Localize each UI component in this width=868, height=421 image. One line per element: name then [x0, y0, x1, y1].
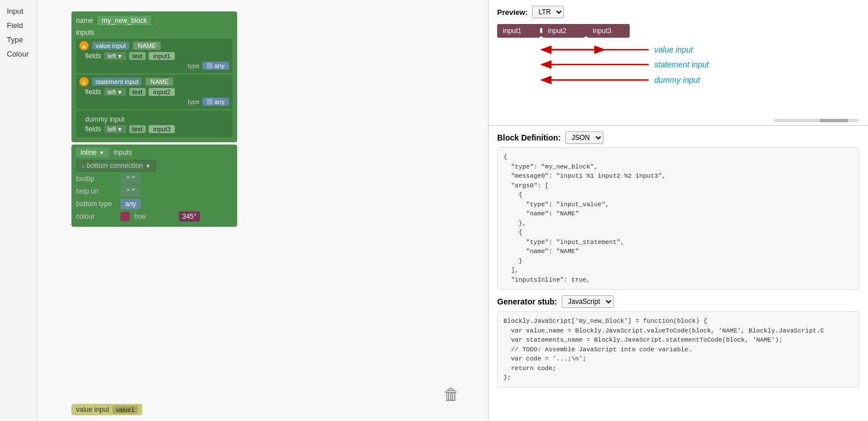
svg-text:dummy input: dummy input — [654, 75, 701, 85]
input1-name[interactable]: NAME — [133, 41, 161, 50]
puzzle-notch-2 — [584, 24, 592, 37]
chevron-inline: ▼ — [99, 150, 105, 156]
type-label-1: type — [187, 62, 199, 69]
block-definition-header: Block Definition: JSON — [497, 131, 859, 144]
tooltip-value[interactable]: ❝ ❞ — [121, 174, 141, 184]
bottom-type-value[interactable]: any — [121, 199, 141, 209]
tooltip-label: tooltip — [76, 175, 116, 183]
preview-dropdown[interactable]: LTR — [532, 6, 564, 18]
text-label-3: text — [129, 125, 146, 133]
sidebar-item-type[interactable]: Type — [5, 34, 32, 45]
input3-section: dummy input fields left ▼ text input3 — [76, 111, 233, 137]
svg-text:statement input: statement input — [654, 60, 710, 69]
bottom-type-row: bottom type any — [76, 199, 233, 209]
input1-type-row: type any — [85, 62, 229, 70]
bottom-type-label: bottom type — [76, 200, 116, 208]
type-value-2[interactable]: any — [202, 98, 229, 106]
fields-label-3: fields — [85, 125, 101, 133]
hue-value[interactable]: 345° — [179, 211, 200, 222]
warning-icon-2: ▲ — [79, 77, 89, 86]
block-definition-format-select[interactable]: JSON — [565, 131, 603, 144]
name-row: name my_new_block — [76, 15, 233, 26]
input3-field-name[interactable]: input3 — [149, 125, 175, 133]
tooltip-row: tooltip ❝ ❞ — [76, 174, 233, 184]
block-name-badge[interactable]: my_new_block — [97, 15, 152, 26]
dummy-row: dummy input — [85, 115, 229, 123]
chevron-align-3: ▼ — [117, 126, 123, 133]
block-definition-section: Block Definition: JSON { "type": "my_new… — [497, 131, 859, 290]
input2-header: ▲ statement input NAME — [79, 77, 229, 86]
colour-swatch[interactable] — [121, 212, 130, 221]
preview-block-3: input3 — [587, 24, 630, 38]
svg-text:value input: value input — [654, 45, 694, 54]
input2-fields-row: fields left ▼ text input2 — [85, 88, 229, 96]
inputs-label: inputs — [76, 29, 94, 37]
generator-language-select[interactable]: JavaScript — [562, 295, 614, 308]
bottom-connection-row: ↓ bottom connection ▼ — [76, 160, 233, 171]
type-value-1[interactable]: any — [202, 62, 229, 70]
inline-row: inline ▼ inputs — [76, 147, 233, 158]
bottom-controls-block: inline ▼ inputs ↓ bottom connection ▼ to… — [71, 145, 237, 227]
text-label-2: text — [129, 88, 146, 96]
inline-dropdown[interactable]: inline ▼ — [76, 147, 109, 158]
input2-type-row: type any — [85, 98, 229, 106]
sidebar-item-input[interactable]: Input — [5, 6, 32, 17]
input1-section: ▲ value input NAME fields left ▼ text in… — [76, 39, 233, 73]
svg-rect-2 — [584, 24, 592, 37]
fields-label-2: fields — [85, 88, 101, 96]
colour-row: colour hue: 345° — [76, 211, 233, 222]
type-label-2: type — [187, 98, 199, 105]
chevron-align-1: ▼ — [117, 53, 123, 59]
input1-type[interactable]: value input — [92, 42, 129, 50]
bottom-connection-btn[interactable]: ↓ bottom connection ▼ — [76, 160, 156, 171]
helpurl-row: help url ❝ ❞ — [76, 186, 233, 197]
align-dropdown-3[interactable]: left ▼ — [104, 125, 126, 133]
generator-stub-code[interactable]: Blockly.JavaScript['my_new_block'] = fun… — [497, 311, 859, 388]
text-label-1: text — [129, 52, 146, 60]
value1-badge: value1 — [113, 406, 138, 414]
align-dropdown-1[interactable]: left ▼ — [104, 52, 126, 60]
sidebar-item-field[interactable]: Field — [5, 20, 32, 31]
block-definition-code[interactable]: { "type": "my_new_block", "message0": "i… — [497, 147, 859, 290]
sidebar: Input Field Type Colour — [0, 0, 37, 421]
generator-stub-section: Generator stub: JavaScript Blockly.JavaS… — [497, 295, 859, 388]
generator-stub-header: Generator stub: JavaScript — [497, 295, 859, 308]
input1-field-name[interactable]: input1 — [149, 52, 175, 60]
input1-header: ▲ value input NAME — [79, 41, 229, 50]
helpurl-value[interactable]: ❝ ❞ — [121, 186, 141, 197]
preview-label: Preview: LTR — [497, 6, 859, 18]
puzzle-icon-1 — [207, 63, 213, 69]
preview-blocks: input1 input2 input3 — [497, 23, 630, 38]
trash-icon[interactable]: 🗑 — [443, 385, 459, 404]
preview-block-1: input1 — [497, 24, 540, 38]
block-editor: name my_new_block inputs ▲ value input N… — [71, 11, 237, 227]
preview-block-2: input2 — [542, 24, 585, 38]
main-block: name my_new_block inputs ▲ value input N… — [71, 11, 237, 142]
warning-icon-1: ▲ — [79, 41, 89, 50]
value-input-label: value input — [76, 406, 109, 414]
input2-field-name[interactable]: input2 — [149, 88, 175, 96]
canvas-area: name my_new_block inputs ▲ value input N… — [37, 0, 489, 421]
inputs-label-row: inputs — [76, 29, 233, 37]
hue-label: hue: — [134, 212, 174, 220]
input2-type[interactable]: statement input — [92, 78, 142, 86]
name-label: name — [76, 17, 93, 25]
chevron-align-2: ▼ — [117, 89, 123, 95]
bottom-value-block: value input value1 — [71, 404, 142, 415]
preview-area: Preview: LTR input1 input2 — [489, 0, 868, 126]
dummy-input-label: dummy input — [85, 115, 125, 123]
scroll-thumb — [819, 119, 848, 122]
helpurl-label: help url — [76, 187, 116, 195]
input3-fields-row: fields left ▼ text input3 — [85, 125, 229, 133]
input2-name[interactable]: NAME — [145, 77, 174, 86]
align-dropdown-2[interactable]: left ▼ — [104, 88, 126, 96]
bottom-section: Block Definition: JSON { "type": "my_new… — [489, 126, 868, 421]
fields-label-1: fields — [85, 52, 101, 60]
input2-section: ▲ statement input NAME fields left ▼ tex… — [76, 75, 233, 109]
right-panel: Preview: LTR input1 input2 — [489, 0, 868, 421]
sidebar-item-colour[interactable]: Colour — [5, 49, 32, 59]
colour-label: colour — [76, 212, 116, 220]
input1-fields-row: fields left ▼ text input1 — [85, 52, 229, 60]
chevron-connection: ▼ — [145, 163, 151, 169]
inputs-label2: inputs — [114, 149, 132, 157]
